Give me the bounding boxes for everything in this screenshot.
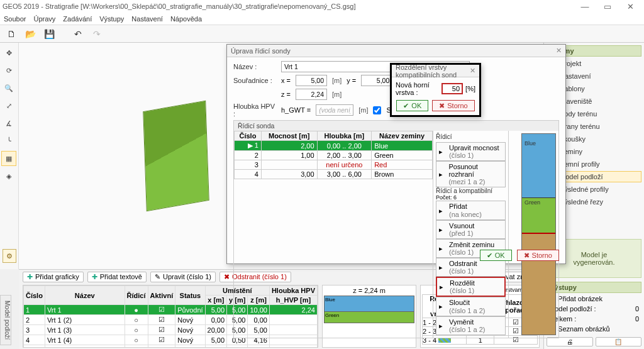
fit-icon[interactable]: ⤢ [1, 98, 16, 113]
zoom-icon[interactable]: 🔍 [1, 80, 16, 96]
coord-label: Souřadnice : [233, 77, 276, 84]
dialog-cancel-button[interactable]: ✖ Storno [517, 250, 559, 261]
layers-icon[interactable]: ◈ [1, 169, 16, 184]
axis-icon[interactable]: ╰ [1, 133, 16, 148]
layer-action-button[interactable]: ▸Vsunout(před 1) [436, 220, 506, 239]
split-cancel-button[interactable]: ✖ Storno [432, 100, 474, 111]
split-layer-dialog: Rozdělení vrstvy kompatibilních sond✕ No… [390, 63, 481, 117]
menu-upravy[interactable]: Úpravy [33, 15, 55, 23]
rotate-icon[interactable]: ⟳ [1, 63, 16, 78]
layer-action-button[interactable]: ▸Přidat(na konec) [436, 201, 506, 219]
name-label: Název : [233, 63, 276, 70]
window-close[interactable]: ✕ [619, 2, 641, 11]
add-graphically-button[interactable]: ✚Přidat graficky [23, 272, 84, 282]
menu-soubor[interactable]: Soubor [4, 15, 26, 23]
split-ok-button[interactable]: ✔ OK [396, 100, 428, 111]
redo-icon[interactable]: ↷ [89, 26, 104, 42]
split-value-input[interactable] [441, 83, 463, 94]
z-input[interactable] [296, 89, 327, 100]
dialog-title: Úprava řídicí sondy [231, 47, 291, 55]
main-toolbar: 🗋 📂 💾 ↶ ↷ [0, 25, 644, 43]
layer-row[interactable]: 43,003,00 .. 6,00Brown [235, 170, 433, 179]
active-checkbox[interactable] [373, 106, 381, 114]
window-maximize[interactable]: ▭ [596, 2, 619, 11]
dialog-ok-button[interactable]: ✔ OK [480, 250, 512, 261]
layer-actions: Řídicí ▸Upravit mocnost(číslo 1)▸Posunou… [433, 131, 508, 338]
edit-button[interactable]: ✎Upravit (číslo 1) [150, 272, 216, 282]
layer-row[interactable]: 3není určenoRed [235, 160, 433, 170]
split-label: Nová horní vrstva : [396, 81, 439, 96]
layers-table[interactable]: ČísloMocnost [m]Hloubka [m]Název zeminy … [234, 131, 433, 338]
undo-icon[interactable]: ↶ [70, 26, 86, 42]
pan-icon[interactable]: ✥ [1, 45, 16, 60]
add-text-button[interactable]: ✚Přidat textově [87, 272, 147, 282]
menu-zadavani[interactable]: Zadávání [63, 15, 92, 23]
new-file-icon[interactable]: 🗋 [4, 26, 19, 42]
dialog-close-icon[interactable]: ✕ [556, 47, 562, 55]
section-header: Řídicí sonda [234, 121, 558, 131]
layer-action-button[interactable]: ▸Rozdělit(číslo 1) [436, 277, 506, 297]
layer-action-button[interactable]: ▸Upravit mocnost(číslo 1) [436, 142, 506, 161]
settings-gear-icon[interactable]: ⚙ [3, 249, 16, 263]
window-titlebar: GEO5 2019 - Stratigrafie [W:\Workers\00_… [0, 0, 644, 13]
menu-nastaveni[interactable]: Nastavení [131, 15, 163, 23]
menu-napoveda[interactable]: Nápověda [170, 15, 202, 23]
table-row[interactable]: 5Vrt 1 (5)○☑Nový5,009,502,32 [24, 345, 318, 348]
split-dialog-title: Rozdělení vrstvy kompatibilních sond [396, 64, 470, 79]
strat-column: Blue Green Brown [508, 131, 558, 338]
menubar: Soubor Úpravy Zadávání Výstupy Nastavení… [0, 13, 644, 25]
copy-view-button[interactable]: 📋 [596, 337, 642, 346]
y-input[interactable] [361, 75, 392, 86]
split-unit: [%] [465, 85, 475, 92]
layer-row[interactable]: 21,002,00 .. 3,00Green [235, 151, 433, 160]
layer-action-button[interactable]: ▸Sloučit(číslo 1 a 2) [436, 297, 506, 316]
layer-action-button[interactable]: ▸Posunout rozhraní(mezi 1 a 2) [436, 161, 506, 187]
view-toolbar: ✥ ⟳ 🔍 ⤢ ∡ ╰ ▦ ◈ [0, 43, 19, 269]
terrain-model [143, 101, 209, 212]
menu-vystupy[interactable]: Výstupy [99, 15, 124, 23]
hpv-label: Hloubka HPV : [233, 102, 276, 118]
hpv-input[interactable] [316, 104, 353, 116]
split-dialog-close-icon[interactable]: ✕ [470, 67, 475, 75]
x-input[interactable] [296, 75, 327, 86]
layer-action-button[interactable]: ▸Vyměnit(číslo 1 a 2) [436, 316, 506, 335]
layer-row[interactable]: ▶ 12,000,00 .. 2,00Blue [235, 141, 433, 151]
save-file-icon[interactable]: 💾 [42, 26, 57, 42]
cube-icon[interactable]: ▦ [1, 151, 16, 166]
bottom-tab[interactable]: Model podloží [0, 295, 11, 345]
measure-icon[interactable]: ∡ [1, 116, 16, 131]
open-file-icon[interactable]: 📂 [23, 26, 38, 42]
app-title: GEO5 2019 - Stratigrafie [W:\Workers\00_… [3, 3, 356, 10]
window-minimize[interactable]: — [574, 2, 596, 11]
